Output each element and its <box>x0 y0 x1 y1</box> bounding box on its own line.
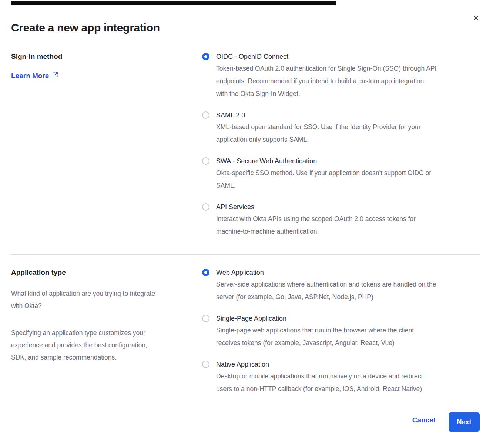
option-native-app-description: Desktop or mobile applications that run … <box>216 370 423 395</box>
section-divider <box>10 254 480 255</box>
option-saml-description: XML-based open standard for SSO. Use if … <box>216 121 421 146</box>
cancel-button[interactable]: Cancel <box>412 416 435 424</box>
page-title: Create a new app integration <box>11 21 160 34</box>
radio-spa[interactable] <box>202 315 209 322</box>
option-spa: Single-Page Application Single-page web … <box>202 314 482 349</box>
option-spa-description: Single-page web applications that run in… <box>216 324 414 349</box>
option-oidc-description: Token-based OAuth 2.0 authentication for… <box>216 62 436 100</box>
top-dark-bar <box>11 1 336 5</box>
option-web-app: Web Application Server-side applications… <box>202 268 482 303</box>
radio-oidc[interactable] <box>202 53 209 60</box>
next-button[interactable]: Next <box>449 412 480 432</box>
option-web-app-description: Server-side applications where authentic… <box>216 278 436 303</box>
learn-more-link[interactable]: Learn More <box>11 71 58 80</box>
application-type-header: Application type What kind of applicatio… <box>11 268 192 364</box>
radio-swa[interactable] <box>202 157 209 165</box>
application-type-label: Application type <box>11 268 192 277</box>
radio-native-app[interactable] <box>202 361 209 368</box>
application-type-explanation: Specifying an application type customize… <box>11 327 192 364</box>
radio-saml[interactable] <box>202 111 209 119</box>
learn-more-label: Learn More <box>11 72 49 80</box>
radio-web-app[interactable] <box>202 269 209 276</box>
signin-method-options: OIDC - OpenID Connect Token-based OAuth … <box>202 52 482 248</box>
application-type-options: Web Application Server-side applications… <box>202 268 482 406</box>
radio-api-services[interactable] <box>202 203 209 211</box>
option-api-services: API Services Interact with Okta APIs usi… <box>202 203 482 238</box>
application-type-question: What kind of application are you trying … <box>11 288 192 312</box>
option-native-app: Native Application Desktop or mobile app… <box>202 360 482 395</box>
option-saml-label[interactable]: SAML 2.0 <box>216 111 421 120</box>
option-api-services-description: Interact with Okta APIs using the scoped… <box>216 213 416 238</box>
close-icon[interactable]: ✕ <box>472 13 480 22</box>
signin-method-header: Sign-in method Learn More <box>11 52 189 80</box>
option-swa-description: Okta-specific SSO method. Use if your ap… <box>216 167 431 192</box>
option-api-services-label[interactable]: API Services <box>216 203 416 211</box>
option-swa-label[interactable]: SWA - Secure Web Authentication <box>216 157 431 166</box>
option-native-app-label[interactable]: Native Application <box>216 360 423 369</box>
signin-method-label: Sign-in method <box>11 52 189 61</box>
create-app-integration-modal: ✕ Create a new app integration Sign-in m… <box>0 0 493 448</box>
external-link-icon <box>52 71 58 80</box>
option-oidc-label[interactable]: OIDC - OpenID Connect <box>216 52 436 61</box>
option-saml: SAML 2.0 XML-based open standard for SSO… <box>202 111 482 146</box>
option-oidc: OIDC - OpenID Connect Token-based OAuth … <box>202 52 482 100</box>
option-spa-label[interactable]: Single-Page Application <box>216 314 414 323</box>
option-swa: SWA - Secure Web Authentication Okta-spe… <box>202 157 482 192</box>
option-web-app-label[interactable]: Web Application <box>216 268 436 277</box>
